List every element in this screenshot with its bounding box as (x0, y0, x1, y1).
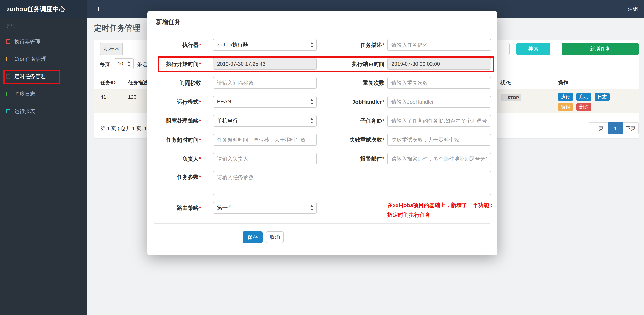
sidebar-item-label: 运行报表 (14, 108, 35, 115)
delete-button[interactable]: 删除 (576, 103, 591, 111)
chevron-updown-icon (310, 205, 313, 210)
repeat-count-input[interactable] (387, 77, 491, 89)
modal-footer-divider (154, 223, 490, 224)
log-button[interactable]: 日志 (595, 93, 610, 101)
owner-input[interactable] (213, 153, 317, 164)
repeat-count-label: 重复次数 (316, 77, 384, 89)
per-page-select[interactable]: 10 (114, 59, 134, 69)
executor-label: 执行器* (147, 39, 201, 51)
nav-section-header: 导航 (0, 18, 87, 33)
child-job-id-input[interactable] (387, 115, 491, 127)
alarm-email-input[interactable] (387, 153, 491, 164)
cron-jobs-icon (6, 57, 10, 61)
dispatch-log-icon (6, 92, 10, 96)
end-time-input[interactable] (387, 58, 491, 70)
col-job-desc: 任务描述 (128, 77, 148, 89)
executor-select[interactable]: zuihou执行器 (213, 39, 317, 51)
next-page-button[interactable]: 下页 (623, 122, 638, 134)
route-strategy-select[interactable]: 第一个 (213, 202, 317, 214)
chevron-updown-icon (310, 118, 313, 123)
sidebar-item-run-report[interactable]: 运行报表 (0, 103, 87, 120)
owner-label: 负责人* (147, 153, 201, 164)
alarm-email-label: 报警邮件* (316, 153, 384, 164)
page-title: 定时任务管理 (94, 23, 140, 33)
jobhandler-label: JobHandler* (316, 96, 384, 108)
cancel-button[interactable]: 取消 (266, 231, 284, 243)
sidebar-item-label: Cron任务管理 (14, 56, 46, 63)
executor-manage-icon (6, 40, 10, 44)
chevron-updown-icon (127, 61, 130, 67)
sidebar-item-label: 执行器管理 (14, 38, 40, 45)
sidebar-item-label: 定时任务管理 (14, 73, 46, 80)
status-text: STOP (508, 95, 519, 100)
block-strategy-select[interactable]: 单机串行 (213, 115, 317, 127)
chevron-updown-icon (310, 42, 313, 48)
start-button[interactable]: 启动 (576, 93, 591, 101)
prev-page-button[interactable]: 上页 (589, 122, 608, 134)
cell-job-id: 41 (100, 94, 106, 100)
sidebar-item-label: 调度日志 (14, 90, 35, 97)
block-strategy-label: 阻塞处理策略* (147, 115, 201, 127)
stop-status-icon (503, 96, 506, 99)
brand-title: zuihou任务调度中心 (0, 0, 87, 18)
fail-retry-label: 失败重试次数* (316, 134, 384, 146)
col-actions: 操作 (558, 77, 568, 89)
edit-button[interactable]: 编辑 (558, 103, 573, 111)
start-time-label: 执行开始时间* (147, 58, 201, 70)
job-desc-label: 任务描述* (316, 39, 384, 51)
per-page-value: 10 (118, 61, 123, 67)
row-actions: 执行 启动 日志 编辑 删除 (558, 93, 612, 113)
sidebar-item-timed-jobs[interactable]: 定时任务管理 (0, 68, 87, 85)
collapse-menu-icon[interactable] (94, 7, 99, 11)
start-time-input[interactable] (213, 58, 317, 70)
sidebar-item-dispatch-log[interactable]: 调度日志 (0, 85, 87, 103)
run-mode-select[interactable]: BEAN (213, 96, 317, 108)
end-time-label: 执行结束时间 (316, 58, 384, 70)
jobhandler-input[interactable] (387, 96, 491, 108)
timeout-label: 任务超时时间* (147, 134, 201, 146)
records-suffix-label: 条记 (137, 59, 147, 70)
job-param-label: 任务参数* (147, 171, 201, 183)
per-page-label: 每页 (100, 59, 110, 70)
run-report-icon (6, 109, 10, 113)
run-mode-select-value: BEAN (217, 99, 231, 105)
sidebar-item-cron-jobs[interactable]: Cron任务管理 (0, 50, 87, 68)
block-strategy-select-value: 单机串行 (217, 118, 238, 123)
col-status: 状态 (500, 77, 510, 89)
modal-header: 新增任务 (147, 11, 498, 33)
logout-link[interactable]: 注销 (628, 0, 638, 18)
cell-job-desc: 123 (128, 94, 136, 100)
status-badge: STOP (500, 94, 522, 101)
sidebar: 导航 执行器管理 Cron任务管理 定时任务管理 调度日志 运行报表 (0, 18, 87, 315)
sidebar-item-executor-manage[interactable]: 执行器管理 (0, 33, 87, 50)
interval-input[interactable] (213, 77, 317, 89)
executor-filter-addon-label: 执行器 (100, 43, 124, 55)
pagination-summary: 第 1 页 ( 总共 1 页, 1 (100, 122, 147, 134)
route-strategy-label: 路由策略* (147, 202, 201, 214)
executor-select-value: zuihou执行器 (217, 42, 248, 48)
timeout-input[interactable] (213, 134, 317, 146)
run-mode-label: 运行模式* (147, 96, 201, 108)
job-param-textarea[interactable] (213, 171, 491, 195)
feature-note-line2: 指定时间执行任务 (387, 210, 499, 220)
current-page-button[interactable]: 1 (608, 122, 623, 134)
child-job-id-label: 子任务ID* (316, 115, 384, 127)
chevron-updown-icon (310, 99, 313, 105)
feature-note: 在xxl-jobs项目的基础上，新增了一个功能： 指定时间执行任务 (387, 200, 499, 220)
execute-button[interactable]: 执行 (558, 93, 573, 101)
app-root: zuihou任务调度中心 注销 导航 执行器管理 Cron任务管理 定时任务管理… (0, 0, 644, 315)
fail-retry-input[interactable] (387, 134, 491, 146)
save-button[interactable]: 保存 (242, 231, 263, 243)
add-job-modal: 新增任务 执行器* zuihou执行器 任务描述* 执行开始时间* 执行结束时间… (147, 11, 498, 255)
feature-note-line1: 在xxl-jobs项目的基础上，新增了一个功能： (387, 200, 499, 210)
col-job-id: 任务ID (100, 77, 116, 89)
search-button[interactable]: 搜索 (516, 43, 550, 55)
add-job-button[interactable]: 新增任务 (562, 43, 638, 55)
timed-jobs-icon (6, 74, 10, 79)
route-strategy-select-value: 第一个 (217, 205, 233, 210)
interval-label: 间隔秒数 (147, 77, 201, 89)
job-desc-input[interactable] (387, 39, 491, 51)
modal-title: 新增任务 (156, 18, 181, 26)
